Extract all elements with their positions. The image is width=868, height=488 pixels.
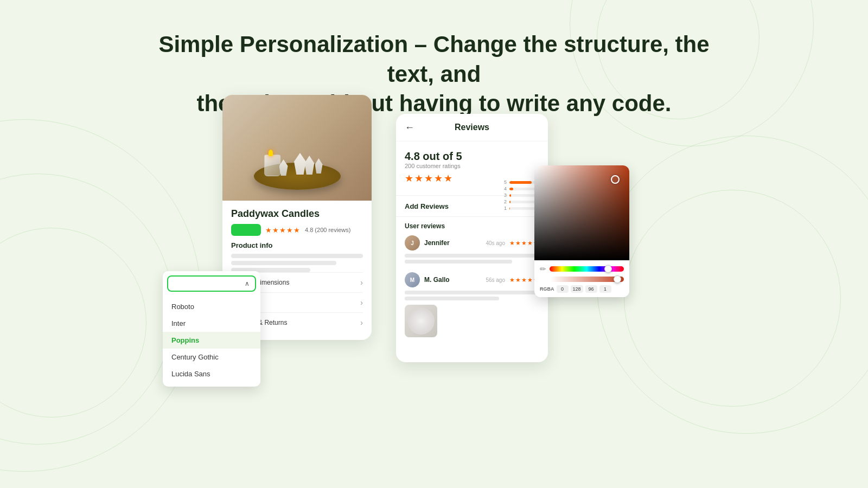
font-select-input[interactable]: ∧ <box>167 275 256 292</box>
reviewer-name-mgallo: M. Gallo <box>424 276 481 284</box>
product-rating-row: ★★★★★ 4.8 (200 reviews) <box>231 224 363 236</box>
color-controls: ✏ RGBA 0 128 96 1 <box>534 260 629 297</box>
reviews-card: ← Reviews 4.8 out of 5 200 customer rati… <box>396 114 548 362</box>
review-image-inner <box>407 307 435 335</box>
rgba-g[interactable]: 128 <box>571 285 583 293</box>
review-line-1 <box>405 254 539 258</box>
chevron-right-icon: › <box>360 298 363 307</box>
color-handle[interactable] <box>611 175 620 184</box>
rgba-b[interactable]: 96 <box>585 285 597 293</box>
rgba-label: RGBA <box>540 286 554 292</box>
hue-slider-row: ✏ <box>540 265 624 273</box>
crystal-1 <box>304 156 314 175</box>
reviewer-avatar-jennifer: J <box>405 235 420 251</box>
opacity-slider-row <box>540 277 624 282</box>
review-line-4 <box>405 297 499 300</box>
user-reviews-section: User reviews J Jennifer 40s ago ★★★★★ M … <box>396 217 548 351</box>
color-gradient[interactable] <box>534 165 629 260</box>
review-line-2 <box>405 260 512 264</box>
rgba-r[interactable]: 0 <box>557 285 569 293</box>
product-image <box>222 95 372 201</box>
candle-flame <box>269 150 273 156</box>
font-option-poppins[interactable]: Poppins <box>163 332 260 349</box>
user-reviews-title: User reviews <box>405 222 539 230</box>
reviewer-avatar-mgallo: M <box>405 272 420 287</box>
product-description <box>231 254 363 272</box>
review-item-jennifer: J Jennifer 40s ago ★★★★★ <box>405 235 539 264</box>
product-title: Paddywax Candles <box>231 208 363 220</box>
color-picker[interactable]: ✏ RGBA 0 128 96 1 <box>534 165 629 297</box>
reviews-header: ← Reviews <box>396 114 548 142</box>
opacity-track[interactable] <box>551 277 624 282</box>
reviewer-name-jennifer: Jennifer <box>424 239 481 247</box>
rgba-a[interactable]: 1 <box>599 285 611 293</box>
rgba-inputs: RGBA 0 128 96 1 <box>540 285 624 293</box>
product-stars: ★★★★★ <box>265 226 301 234</box>
font-option-lucida-sans[interactable]: Lucida Sans <box>163 365 260 382</box>
font-dropdown[interactable]: ∧ Roboto Inter Poppins Century Gothic Lu… <box>163 271 260 387</box>
font-option-century-gothic[interactable]: Century Gothic <box>163 349 260 365</box>
add-button[interactable] <box>231 224 261 236</box>
rating-big: 4.8 out of 5 <box>405 150 539 163</box>
text-line-2 <box>231 261 336 265</box>
reviews-title: Reviews <box>455 123 489 132</box>
font-option-roboto[interactable]: Roboto <box>163 298 260 315</box>
chevron-right-icon: › <box>360 278 363 287</box>
font-options-list: Roboto Inter Poppins Century Gothic Luci… <box>163 296 260 387</box>
customer-count: 200 customer ratings <box>405 163 539 169</box>
hue-thumb[interactable] <box>604 265 612 273</box>
edit-icon: ✏ <box>540 265 546 273</box>
chevron-right-icon: › <box>360 318 363 327</box>
product-info-label: Product info <box>231 241 363 249</box>
product-rating-text: 4.8 (200 reviews) <box>305 227 350 233</box>
reviewer-time-mgallo: 56s ago <box>486 277 505 283</box>
chevron-up-icon: ∧ <box>245 280 250 287</box>
text-line-1 <box>231 254 363 258</box>
hue-track[interactable] <box>550 266 624 272</box>
font-option-inter[interactable]: Inter <box>163 315 260 332</box>
reviewer-time-jennifer: 40s ago <box>486 240 505 246</box>
candle-jar <box>264 155 280 176</box>
reviews-summary: 4.8 out of 5 200 customer ratings ★★★★★ … <box>396 142 548 190</box>
review-image <box>405 305 437 337</box>
add-reviews-label: Add Reviews <box>405 202 449 210</box>
review-item-mgallo: M M. Gallo 56s ago ★★★★★ <box>405 272 539 337</box>
back-button[interactable]: ← <box>405 122 414 133</box>
opacity-thumb[interactable] <box>614 275 621 283</box>
review-line-3 <box>405 291 539 294</box>
